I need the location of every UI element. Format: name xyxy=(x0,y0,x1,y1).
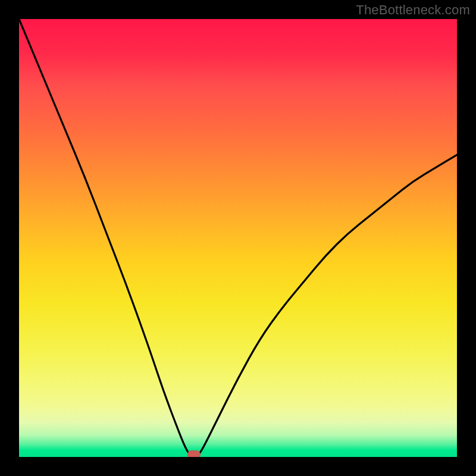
watermark-text: TheBottleneck.com xyxy=(356,2,470,18)
plot-area xyxy=(19,19,457,457)
optimal-point-marker xyxy=(187,450,201,457)
bottleneck-curve xyxy=(19,19,457,457)
chart-frame: TheBottleneck.com xyxy=(0,0,476,476)
